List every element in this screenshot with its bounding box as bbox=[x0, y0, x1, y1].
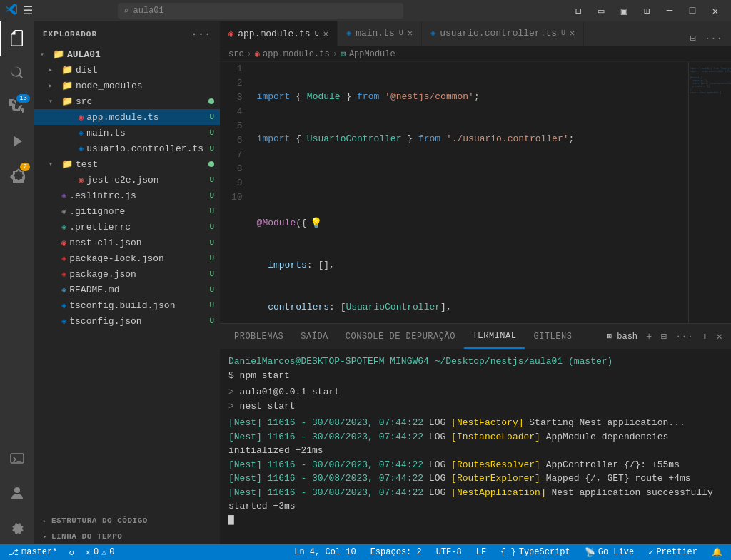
maximize-button[interactable]: □ bbox=[682, 3, 702, 19]
tab-label: PROBLEMAS bbox=[234, 332, 283, 342]
tab-label: TERMINAL bbox=[473, 331, 517, 341]
activity-item-extensions[interactable]: 7 bbox=[0, 158, 34, 193]
tree-item-test[interactable]: ▾ 📁 test bbox=[34, 156, 220, 172]
split-editor-icon[interactable]: ⊟ bbox=[568, 3, 588, 19]
tab-close-button[interactable]: ✕ bbox=[570, 28, 575, 39]
activity-item-remote[interactable] bbox=[0, 442, 34, 476]
branch-status[interactable]: ⎇ master* bbox=[6, 547, 60, 558]
linha-panel[interactable]: ▸ LINHA DO TEMPO bbox=[34, 529, 220, 544]
breadcrumb-symbol-label[interactable]: AppModule bbox=[349, 49, 395, 59]
code-content[interactable]: import { Module } from '@nestjs/common';… bbox=[251, 62, 688, 323]
tab-terminal[interactable]: TERMINAL bbox=[464, 324, 525, 349]
line-ending-status[interactable]: LF bbox=[473, 547, 489, 557]
tree-item-nest-cli[interactable]: ◉ nest-cli.json U bbox=[34, 235, 220, 250]
layout1-icon[interactable]: ▭ bbox=[591, 3, 611, 19]
tab-file-icon: ◉ bbox=[228, 29, 233, 39]
prettier-status[interactable]: ✓ Prettier bbox=[645, 547, 700, 558]
tree-item-prettierrc[interactable]: ◈ .prettierrc U bbox=[34, 219, 220, 235]
tree-item-package-json[interactable]: ◈ package.json U bbox=[34, 266, 220, 282]
log-prefix: [Nest] 11616 - bbox=[228, 459, 312, 470]
spaces-status[interactable]: Espaços: 2 bbox=[368, 547, 425, 557]
tree-item-app-module[interactable]: ◉ app.module.ts U bbox=[34, 109, 220, 125]
breadcrumb-symbol[interactable]: ⧈ bbox=[341, 49, 346, 59]
errors-status[interactable]: ✕ 0 ⚠ 0 bbox=[83, 547, 118, 558]
tree-item-label: usuario.controller.ts bbox=[86, 143, 206, 154]
tree-item-readme[interactable]: ◈ README.md U bbox=[34, 282, 220, 297]
activity-item-explorer[interactable] bbox=[0, 21, 34, 56]
activity-item-run[interactable] bbox=[0, 124, 34, 158]
tab-output[interactable]: SAÍDA bbox=[292, 324, 337, 349]
tree-item-eslint[interactable]: ◈ .eslintrc.js U bbox=[34, 188, 220, 203]
tree-item-dist[interactable]: ▸ 📁 dist bbox=[34, 62, 220, 78]
log-level: LOG bbox=[429, 432, 451, 442]
tree-item-jest[interactable]: ◉ jest-e2e.json U bbox=[34, 172, 220, 188]
activity-item-search[interactable] bbox=[0, 56, 34, 90]
breadcrumb-file[interactable]: ◉ bbox=[255, 49, 260, 59]
tree-item-tsconfig-build[interactable]: ◈ tsconfig.build.json U bbox=[34, 297, 220, 313]
main-layout: 13 7 EXPLORADOR ··· ▾ bbox=[0, 21, 731, 544]
split-editor-button[interactable]: ⊟ bbox=[687, 31, 698, 46]
tree-item-package-lock[interactable]: ◈ package-lock.json U bbox=[34, 250, 220, 266]
split-terminal-button[interactable]: ⊟ bbox=[657, 329, 669, 344]
tree-item-node-modules[interactable]: ▸ 📁 node_modules bbox=[34, 78, 220, 93]
activity-item-settings[interactable] bbox=[0, 510, 34, 544]
menu-icon[interactable]: ☰ bbox=[23, 4, 33, 18]
tab-gitlens[interactable]: GITLENS bbox=[525, 324, 580, 349]
minimap: import { Module } from '@nestjs/common';… bbox=[688, 62, 731, 323]
tree-item-tsconfig[interactable]: ◈ tsconfig.json U bbox=[34, 313, 220, 329]
go-live-status[interactable]: 📡 Go Live bbox=[582, 547, 637, 558]
tab-close-button[interactable]: ✕ bbox=[408, 28, 413, 39]
tree-item-aula01[interactable]: ▾ 📁 AULA01 bbox=[34, 46, 220, 62]
tree-item-usuario-controller[interactable]: ◈ usuario.controller.ts U bbox=[34, 141, 220, 156]
tab-bar: ◉ app.module.ts U ✕ ◈ main.ts U ✕ ◈ usua… bbox=[220, 21, 731, 46]
tab-label: usuario.controller.ts bbox=[440, 28, 557, 39]
terminal-content[interactable]: DanielMarcos@DESKTOP-SPOTEFM MINGW64 ~/D… bbox=[220, 349, 731, 544]
tree-item-src[interactable]: ▾ 📁 src bbox=[34, 93, 220, 109]
go-live-icon: 📡 bbox=[585, 547, 595, 558]
log-tag: [NestApplication] bbox=[451, 487, 551, 498]
log-tag: [NestFactory] bbox=[451, 417, 529, 428]
status-bar-right: Ln 4, Col 10 Espaços: 2 UTF-8 LF { } Typ… bbox=[291, 547, 725, 558]
encoding-status[interactable]: UTF-8 bbox=[433, 547, 465, 557]
notifications-status[interactable]: 🔔 bbox=[709, 547, 725, 558]
sync-status[interactable]: ↻ bbox=[66, 547, 76, 558]
tree-item-gitignore[interactable]: ◈ .gitignore U bbox=[34, 203, 220, 219]
breadcrumb-src[interactable]: src bbox=[228, 49, 244, 59]
minimize-button[interactable]: ─ bbox=[660, 3, 680, 19]
language-status[interactable]: { } TypeScript bbox=[498, 547, 573, 557]
log-prefix: [Nest] 11616 - bbox=[228, 473, 312, 484]
tab-app-module[interactable]: ◉ app.module.ts U ✕ bbox=[220, 21, 338, 46]
terminal-more-button[interactable]: ··· bbox=[672, 330, 696, 344]
tab-main-ts[interactable]: ◈ main.ts U ✕ bbox=[338, 21, 422, 46]
close-terminal-button[interactable]: ✕ bbox=[714, 329, 725, 344]
more-tabs-button[interactable]: ··· bbox=[702, 31, 725, 46]
search-bar[interactable]: ⌕ aula01 bbox=[118, 3, 403, 19]
activity-item-source-control[interactable]: 13 bbox=[0, 90, 34, 124]
tab-debug-console[interactable]: CONSOLE DE DEPURAÇÃO bbox=[337, 324, 464, 349]
chevron-right-icon: ▸ bbox=[49, 66, 59, 74]
tab-close-button[interactable]: ✕ bbox=[323, 29, 328, 39]
terminal-log-5: [Nest] 11616 - 30/08/2023, 07:44:22 LOG … bbox=[228, 486, 722, 514]
modified-indicator: U bbox=[561, 29, 565, 37]
sidebar-more-icon[interactable]: ··· bbox=[191, 29, 211, 40]
layout3-icon[interactable]: ⊞ bbox=[637, 3, 657, 19]
breadcrumb-file-label[interactable]: app.module.ts bbox=[263, 49, 330, 59]
maximize-terminal-button[interactable]: ⬆ bbox=[699, 329, 710, 344]
sidebar: EXPLORADOR ··· ▾ 📁 AULA01 ▸ 📁 dist ▸ 📁 bbox=[34, 21, 220, 544]
sidebar-title: EXPLORADOR bbox=[43, 30, 97, 39]
layout2-icon[interactable]: ▣ bbox=[614, 3, 634, 19]
untracked-badge: U bbox=[209, 285, 220, 294]
close-button[interactable]: ✕ bbox=[705, 3, 725, 19]
tree-item-label: node_modules bbox=[76, 81, 220, 91]
code-editor[interactable]: 1 2 3 4 5 6 7 8 9 10 import { Module } f… bbox=[220, 62, 731, 323]
file-icon: ◉ bbox=[79, 175, 84, 185]
position-status[interactable]: Ln 4, Col 10 bbox=[291, 547, 358, 557]
tab-problems[interactable]: PROBLEMAS bbox=[226, 324, 292, 349]
file-icon: ◉ bbox=[79, 112, 84, 123]
tree-item-main-ts[interactable]: ◈ main.ts U bbox=[34, 125, 220, 141]
activity-item-account[interactable] bbox=[0, 476, 34, 510]
estrutura-panel[interactable]: ▸ ESTRUTURA DO CÓDIGO bbox=[34, 513, 220, 529]
tab-usuario-controller[interactable]: ◈ usuario.controller.ts U ✕ bbox=[422, 21, 584, 46]
branch-name: master* bbox=[21, 547, 57, 557]
add-terminal-button[interactable]: + bbox=[643, 330, 655, 344]
